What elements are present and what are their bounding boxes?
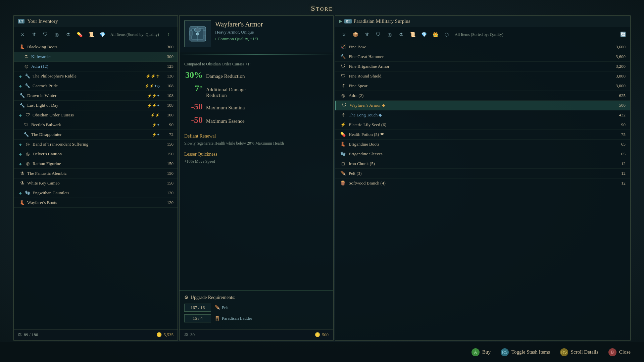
ability-defiant: Defiant Renewal Slowly regenerate Health… [184,130,329,146]
close-button[interactable]: B Close [608,348,631,356]
item-value: 300 [162,44,174,50]
list-item[interactable]: ⚡ Electric Lily Seed (6) 90 [335,120,630,130]
store-title: Store [0,0,644,15]
tag-icon: ⚡⚡ [150,113,160,117]
store-filter-w[interactable]: 🗡 [362,30,371,39]
list-item[interactable]: 🗡 Fine Spear 3,000 [335,81,630,91]
table-row[interactable]: 🔧 Last Light of Day ⚡⚡✦ 108 [14,101,178,110]
store-sort-icon[interactable]: 🔄 [620,32,626,38]
store-filter-gem[interactable]: 💎 [419,30,429,39]
table-row[interactable]: 🔧 The Disappointer ⚡✦ 72 [14,130,178,140]
item-name: Obsidian Order Cuirass [33,112,148,118]
item-price: 625 [610,93,626,98]
item-name: Fine Bow [349,44,608,50]
item-name: The Philosopher's Riddle [33,73,144,79]
table-row[interactable]: 👢 Wayfarer's Boots 120 [14,198,178,208]
store-filter-arrows[interactable]: ⬡ [442,30,451,39]
item-value: 108 [162,103,174,108]
store-filter-shield[interactable]: 🛡 [374,30,383,39]
toggle-stash-button[interactable]: RS Toggle Stash Items [501,348,550,356]
table-row[interactable]: ◆ 🧤 Engwithan Gauntlets 120 [14,188,178,198]
action-bar: A Buy RS Toggle Stash Items RS Scroll De… [0,342,644,362]
table-row[interactable]: 👢 Blackwing Boots 300 [14,42,178,52]
item-icon: 🪵 [340,180,346,186]
upgrade-row-pelt: 167 / 16 🪶 Pelt [184,304,329,312]
list-item[interactable]: 🏹 Fine Bow 3,600 [335,42,630,52]
item-name: White Key Cameo [27,180,160,186]
list-item[interactable]: 💊 Health Potion (5) ❤ 75 [335,130,630,140]
store-prev-icon[interactable]: ▶ [339,19,342,24]
list-item[interactable]: ◻ Iron Chunk (5) 12 [335,159,630,169]
table-row[interactable]: ◆ ◎ Rathun Figurine 150 [14,159,178,169]
table-row[interactable]: ⚗ The Fantastic Alembic 150 [14,169,178,178]
list-item[interactable]: ◎ Adra (2) 625 [335,91,630,101]
upgrade-qty: 15 / 4 [184,314,211,322]
list-item[interactable]: 🛡 Wayfarer's Armor ◆ 500 [335,101,630,110]
list-item[interactable]: 🔨 Fine Great Hammer 3,600 [335,52,630,62]
sort-icon[interactable]: ↕ [167,32,174,38]
filter-all-btn[interactable]: ⚔ [18,30,27,39]
store-filter-box[interactable]: 📦 [351,30,360,39]
inventory-icon-bar: ⚔ 🗡 🛡 ◎ ⚗ 💊 📜 💎 All Items (Sorted by: Qu… [14,27,178,42]
filter-jewelry-btn[interactable]: ◎ [52,30,61,39]
tag-icon: ⚡⚡🗡 [146,74,160,79]
item-value: 150 [162,142,174,147]
table-row[interactable]: 🛡 Beetle's Bulwark ⚡✦ 90 [14,120,178,130]
store-filter-scroll[interactable]: 📜 [408,30,417,39]
item-value: 120 [162,200,174,205]
item-price: 3,600 [610,54,626,59]
item-name: Electric Lily Seed (6) [349,122,608,127]
buy-button[interactable]: A Buy [472,348,491,356]
list-item[interactable]: 🪶 Pelt (3) 12 [335,169,630,178]
detail-content: Compared to Obsidian Order Cuirass +1: 3… [180,57,333,290]
filter-armor-btn[interactable]: 🛡 [41,30,50,39]
filter-consumable-btn[interactable]: 💊 [75,30,84,39]
inventory-filter-label: All Items (Sorted by: Quality) [110,32,159,37]
filter-misc-btn[interactable]: ⚗ [63,30,73,39]
item-image [184,20,211,47]
filter-weapon-btn[interactable]: 🗡 [29,30,39,39]
list-item[interactable]: 🧤 Brigandine Sleeves 65 [335,149,630,159]
gold-icon: 🪙 [156,332,162,338]
item-name: Caeroc's Pride [33,83,143,89]
table-row[interactable]: ◆ 🔧 The Philosopher's Riddle ⚡⚡🗡 130 [14,71,178,81]
filter-quest-btn[interactable]: 📜 [86,30,96,39]
table-row[interactable]: ◆ ◎ Delver's Caution 150 [14,149,178,159]
item-icon: 🏹 [340,44,346,50]
item-name: Brigandine Sleeves [349,151,608,157]
item-price: 3,000 [610,73,626,79]
table-row[interactable]: ◆ ◎ Band of Transcendent Suffering 150 [14,140,178,149]
item-name: The Disappointer [31,132,150,137]
table-row[interactable]: ◆ 🛡 Obsidian Order Cuirass ⚡⚡ 100 [14,110,178,120]
weight-display: ⚖ 89 / 180 [18,332,38,338]
item-name: Pelt (3) [349,171,608,176]
ability-quickness: Lesser Quickness +10% Move Speed [184,149,329,164]
table-row[interactable]: ◎ Adra (12) 125 [14,62,178,71]
toggle-stash-label: Toggle Stash Items [511,349,550,355]
table-row[interactable]: 🔧 Drawn in Winter ⚡⚡✦ 108 [14,91,178,101]
item-price: 65 [610,151,626,157]
table-row[interactable]: ⚗ Kithwarder 300 [14,52,178,62]
list-item[interactable]: 🛡 Fine Round Shield 3,000 [335,71,630,81]
store-filter-crown[interactable]: 👑 [431,30,440,39]
store-header: ▶ RT Paradisian Millitary Surplus [335,16,630,27]
item-value: 72 [162,132,174,137]
table-row[interactable]: ⚗ White Key Cameo 150 [14,178,178,188]
list-item[interactable]: 🪵 Softwood Branch (4) 12 [335,178,630,188]
filter-gem-btn[interactable]: 💎 [98,30,107,39]
item-value: 108 [162,83,174,89]
main-layout: LT Your Inventory ⚔ 🗡 🛡 ◎ ⚗ 💊 📜 💎 All It… [0,15,644,341]
list-item[interactable]: 🗡 The Long Touch ◆ 432 [335,110,630,120]
item-price: 500 [610,103,626,108]
list-item[interactable]: 👢 Brigandine Boots 65 [335,140,630,149]
table-row[interactable]: ◆ 🔧 Caeroc's Pride ⚡⚡✦◇ 108 [14,81,178,91]
svg-point-3 [194,28,201,32]
scroll-details-button[interactable]: RS Scroll Details [560,348,598,356]
item-name: Blackwing Boots [27,44,160,50]
store-filter-potion[interactable]: ⚗ [396,30,406,39]
list-item[interactable]: 🛡 Fine Brigandine Armor 3,200 [335,62,630,71]
store-filter-ring[interactable]: ◎ [385,30,394,39]
store-filter-all[interactable]: ⚔ [339,30,349,39]
item-header: Wayfarer's Armor Heavy Armor, Unique I C… [180,16,333,52]
item-icon: 🛡 [340,63,346,69]
